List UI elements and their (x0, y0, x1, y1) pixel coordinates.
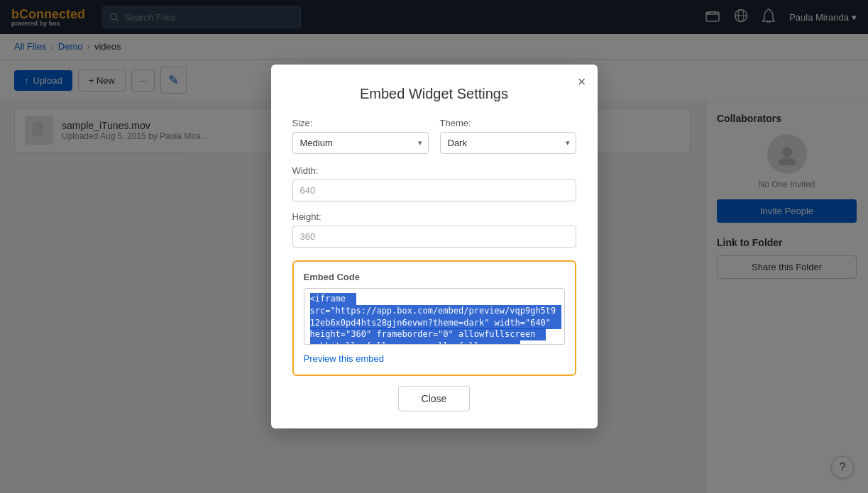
size-theme-row: Size: Small Medium Large Custom ▾ Theme:… (292, 118, 576, 154)
embed-widget-modal: × Embed Widget Settings Size: Small Medi… (271, 65, 598, 428)
size-select[interactable]: Small Medium Large Custom (292, 132, 429, 154)
size-group: Size: Small Medium Large Custom ▾ (292, 118, 429, 154)
theme-select[interactable]: Dark Light (440, 132, 576, 154)
size-label: Size: (292, 118, 429, 128)
size-select-wrapper: Small Medium Large Custom ▾ (292, 132, 429, 154)
modal-title: Embed Widget Settings (292, 86, 576, 102)
preview-embed-link[interactable]: Preview this embed (304, 353, 384, 364)
width-label: Width: (292, 165, 576, 176)
close-button[interactable]: Close (398, 386, 471, 411)
height-label: Height: (292, 211, 576, 222)
theme-group: Theme: Dark Light ▾ (440, 118, 576, 154)
modal-close-button[interactable]: × (578, 74, 586, 89)
width-input[interactable] (292, 179, 576, 201)
embed-code-section: Embed Code Preview this embed (292, 260, 576, 376)
height-input[interactable] (292, 226, 576, 248)
modal-overlay: × Embed Widget Settings Size: Small Medi… (0, 0, 868, 493)
modal-footer: Close (292, 386, 576, 411)
theme-select-wrapper: Dark Light ▾ (440, 132, 576, 154)
embed-code-textarea[interactable] (304, 288, 565, 345)
height-group: Height: (292, 211, 576, 248)
theme-label: Theme: (440, 118, 576, 128)
width-group: Width: (292, 165, 576, 201)
embed-code-label: Embed Code (304, 272, 565, 282)
